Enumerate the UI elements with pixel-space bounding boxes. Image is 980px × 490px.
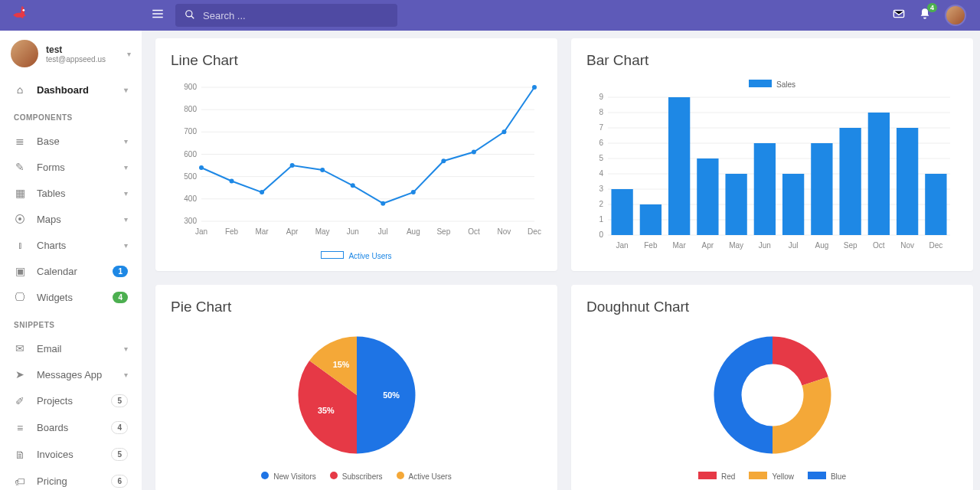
svg-rect-83 [897, 128, 918, 235]
send-icon: ➤ [14, 368, 26, 381]
sidebar-item-forms[interactable]: ✎ Forms ▾ [0, 154, 142, 180]
chart-icon: ⫾ [14, 239, 26, 251]
hamburger-icon[interactable] [151, 7, 165, 24]
svg-text:8: 8 [599, 108, 603, 116]
svg-text:Aug: Aug [815, 241, 828, 250]
line-legend: Active Users [171, 251, 542, 260]
svg-text:Apr: Apr [702, 241, 714, 250]
doc-icon: 🗎 [14, 449, 26, 461]
rocket-icon[interactable] [14, 5, 31, 26]
svg-text:2: 2 [599, 200, 603, 208]
chevron-down-icon: ▾ [124, 215, 128, 224]
svg-point-38 [472, 150, 476, 155]
sidebar-item-label: Dashboard [37, 84, 113, 96]
search-icon [185, 9, 195, 22]
table-icon: ▦ [14, 187, 26, 199]
svg-text:Oct: Oct [468, 227, 480, 236]
section-snippets: SNIPPETS [0, 310, 142, 335]
search-input[interactable] [203, 10, 388, 21]
svg-rect-84 [925, 174, 946, 235]
badge: 5 [111, 394, 128, 407]
svg-text:Jan: Jan [616, 241, 629, 250]
legend-label: Subscribers [342, 472, 383, 481]
svg-text:Aug: Aug [407, 227, 420, 236]
sidebar-item-charts[interactable]: ⫾ Charts ▾ [0, 232, 142, 258]
svg-text:700: 700 [184, 127, 197, 136]
line-chart-card: Line Chart 300400500600700800900JanFebMa… [155, 38, 557, 271]
svg-text:Jan: Jan [195, 227, 207, 236]
user-block[interactable]: test test@appseed.us ▾ [0, 31, 142, 77]
bell-icon[interactable]: 4 [919, 8, 931, 23]
sidebar-item-label: Base [37, 136, 113, 147]
svg-point-1 [186, 10, 192, 16]
tag-icon: 🏷 [14, 475, 26, 488]
sidebar-item-tables[interactable]: ▦ Tables ▾ [0, 180, 142, 206]
svg-rect-81 [839, 128, 861, 235]
edit-icon: ✎ [14, 161, 26, 173]
sidebar-item-calendar[interactable]: ▣ Calendar 1 [0, 258, 142, 284]
card-title: Bar Chart [586, 52, 958, 69]
svg-rect-82 [868, 113, 890, 235]
list-icon: ≡ [14, 422, 26, 434]
sidebar-item-label: Projects [37, 395, 100, 407]
svg-text:7: 7 [599, 123, 603, 132]
sidebar-item-pricing[interactable]: 🏷 Pricing 6 [0, 468, 142, 490]
legend-label: Sales [776, 80, 795, 89]
svg-rect-78 [754, 143, 776, 235]
main-content: Line Chart 300400500600700800900JanFebMa… [142, 31, 980, 490]
avatar-sidebar [11, 40, 38, 67]
card-title: Line Chart [171, 52, 542, 69]
svg-point-30 [230, 179, 234, 184]
mail-icon[interactable] [893, 8, 905, 23]
sidebar-item-messages[interactable]: ➤ Messages App ▾ [0, 361, 142, 387]
card-title: Pie Chart [171, 299, 542, 315]
svg-text:May: May [315, 227, 330, 236]
calendar-icon: ▣ [14, 265, 26, 277]
svg-text:400: 400 [184, 194, 197, 203]
svg-rect-73 [611, 189, 632, 235]
sidebar-item-maps[interactable]: ⦿ Maps ▾ [0, 206, 142, 232]
doughnut-chart [586, 326, 958, 464]
doughnut-legend: Red Yellow Blue [586, 472, 958, 481]
pin-icon: ⦿ [14, 213, 26, 225]
svg-text:9: 9 [599, 93, 603, 101]
svg-text:800: 800 [184, 105, 197, 113]
card-title: Doughnut Chart [586, 299, 958, 315]
svg-text:4: 4 [599, 169, 603, 178]
svg-text:Jun: Jun [759, 241, 771, 250]
badge: 4 [111, 421, 128, 434]
sidebar-item-label: Calendar [37, 266, 102, 277]
svg-text:35%: 35% [318, 406, 335, 415]
avatar[interactable] [945, 5, 966, 26]
search-box[interactable] [175, 4, 397, 27]
sidebar-item-label: Forms [37, 162, 113, 173]
svg-text:Mar: Mar [255, 227, 269, 236]
notification-badge: 4 [927, 3, 937, 12]
sidebar-item-label: Messages App [37, 369, 113, 381]
svg-text:600: 600 [184, 150, 197, 158]
sidebar-item-label: Tables [37, 188, 113, 199]
chevron-down-icon: ▾ [124, 189, 128, 198]
svg-point-35 [381, 201, 385, 206]
svg-point-0 [22, 9, 24, 11]
sidebar-item-projects[interactable]: ✐ Projects 5 [0, 387, 142, 414]
pie-legend: New Visitors Subscribers Active Users [171, 472, 542, 481]
sidebar: test test@appseed.us ▾ ⌂ Dashboard ▾ COM… [0, 31, 142, 490]
sidebar-item-dashboard[interactable]: ⌂ Dashboard ▾ [0, 77, 142, 103]
sidebar-item-email[interactable]: ✉ Email ▾ [0, 335, 142, 361]
user-text: test test@appseed.us [46, 44, 119, 64]
svg-point-39 [501, 129, 506, 134]
svg-text:May: May [729, 241, 743, 250]
svg-rect-75 [668, 97, 690, 235]
svg-rect-74 [640, 204, 662, 235]
sidebar-item-boards[interactable]: ≡ Boards 4 [0, 414, 142, 441]
svg-text:Mar: Mar [673, 241, 687, 250]
sidebar-item-widgets[interactable]: 🖵 Widgets 4 [0, 284, 142, 310]
sidebar-item-invoices[interactable]: 🗎 Invoices 5 [0, 441, 142, 468]
bar-chart-card: Bar Chart Sales 0123456789JanFebMarAprMa… [571, 38, 973, 271]
svg-text:Dec: Dec [929, 241, 942, 250]
section-components: COMPONENTS [0, 103, 142, 128]
sidebar-item-base[interactable]: ≣ Base ▾ [0, 128, 142, 154]
svg-text:Oct: Oct [873, 241, 885, 250]
legend-label: Blue [831, 472, 846, 481]
